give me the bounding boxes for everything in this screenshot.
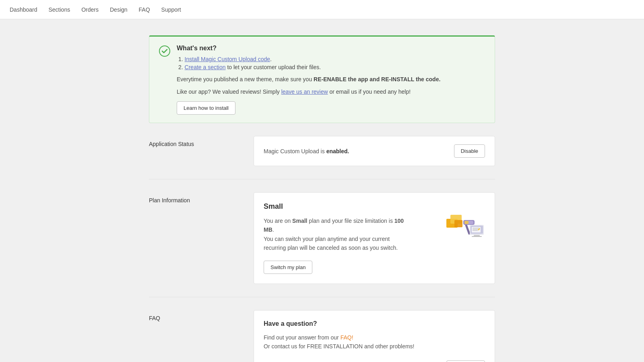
- app-status-label: Application Status: [149, 136, 254, 147]
- faq-section: FAQ Have a question? Find out your answe…: [149, 310, 495, 362]
- faq-title: Have a question?: [264, 320, 485, 327]
- faq-content: Have a question? Find out your answer fr…: [254, 310, 495, 362]
- faq-link[interactable]: FAQ!: [341, 334, 353, 341]
- svg-rect-7: [464, 221, 469, 224]
- learn-how-to-install-button[interactable]: Learn how to install: [177, 101, 235, 115]
- whats-next-content: What's next? Install Magic Custom Upload…: [177, 45, 440, 115]
- check-circle-icon: [159, 45, 170, 57]
- svg-rect-3: [454, 220, 462, 227]
- status-card: Magic Custom Upload is enabled. Disable: [254, 136, 495, 166]
- contact-btn-wrapper: Contact us: [264, 360, 485, 362]
- faq-card: Have a question? Find out your answer fr…: [254, 310, 495, 362]
- nav-orders[interactable]: Orders: [81, 6, 99, 13]
- app-status-content: Magic Custom Upload is enabled. Disable: [254, 136, 495, 166]
- svg-rect-10: [474, 235, 480, 236]
- divider-2: [149, 297, 495, 297]
- status-text: Magic Custom Upload is enabled.: [264, 148, 349, 154]
- review-text: Like our app? We valued reviews! Simply …: [177, 88, 440, 95]
- notice-text: Everytime you published a new theme, mak…: [177, 75, 440, 84]
- plan-illustration: [442, 201, 487, 242]
- step-1: Install Magic Custom Upload code.: [178, 56, 440, 62]
- main-content: What's next? Install Magic Custom Upload…: [141, 35, 503, 362]
- re-enable-text: RE-ENABLE the app and RE-INSTALL the cod…: [314, 76, 440, 82]
- nav-sections[interactable]: Sections: [49, 6, 70, 13]
- faq-description: Find out your answer from our FAQ! Or co…: [264, 333, 485, 351]
- leave-review-link[interactable]: leave us an review: [281, 88, 328, 95]
- faq-label: FAQ: [149, 310, 254, 321]
- app-status-section: Application Status Magic Custom Upload i…: [149, 136, 495, 166]
- svg-point-0: [159, 46, 170, 56]
- switch-plan-button[interactable]: Switch my plan: [264, 261, 312, 274]
- step-2: Create a section to let your customer up…: [178, 64, 440, 70]
- disable-button[interactable]: Disable: [454, 144, 485, 158]
- create-section-link[interactable]: Create a section: [185, 64, 226, 70]
- nav-dashboard[interactable]: Dashboard: [10, 6, 37, 13]
- nav-support[interactable]: Support: [161, 6, 181, 13]
- svg-rect-11: [472, 236, 482, 237]
- plan-section: Plan Information Small You are on Small …: [149, 192, 495, 284]
- plan-label: Plan Information: [149, 192, 254, 204]
- plan-content: Small You are on Small plan and your fil…: [254, 192, 495, 284]
- contact-us-button[interactable]: Contact us: [446, 360, 485, 362]
- whats-next-title: What's next?: [177, 45, 440, 52]
- nav-faq[interactable]: FAQ: [139, 6, 150, 13]
- divider-1: [149, 179, 495, 179]
- navigation: Dashboard Sections Orders Design FAQ Sup…: [0, 0, 644, 19]
- whats-next-card: What's next? Install Magic Custom Upload…: [149, 35, 495, 123]
- install-code-link[interactable]: Install Magic Custom Upload code: [185, 56, 270, 62]
- nav-design[interactable]: Design: [110, 6, 128, 13]
- plan-card: Small You are on Small plan and your fil…: [254, 192, 495, 284]
- plan-description: You are on Small plan and your file size…: [264, 216, 408, 253]
